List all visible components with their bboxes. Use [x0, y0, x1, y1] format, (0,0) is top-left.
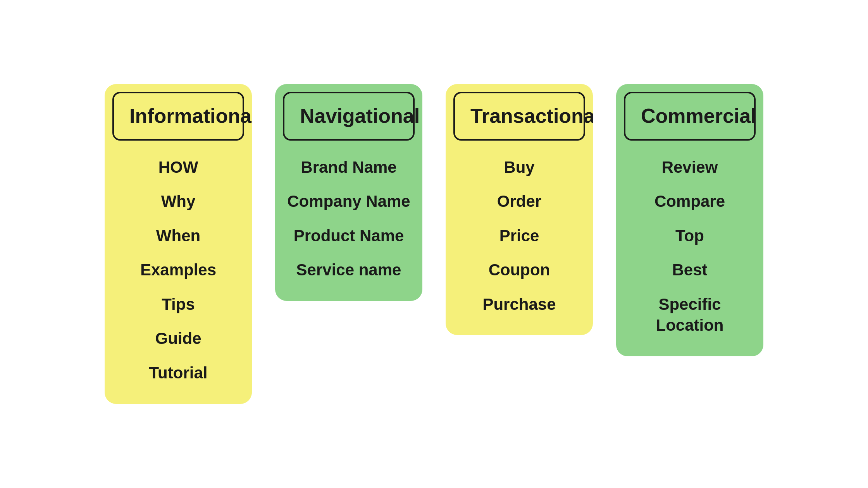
card-transactional: TransactionalBuyOrderPriceCouponPurchase [446, 84, 593, 335]
list-item: Best [672, 255, 707, 285]
list-item: Purchase [482, 289, 556, 320]
card-header-informational: Informational [112, 92, 244, 140]
list-item: Brand Name [301, 152, 396, 183]
list-item: Tips [162, 289, 195, 320]
list-item: HOW [158, 152, 198, 183]
card-title-commercial: Commercial [641, 105, 739, 127]
list-item: Why [161, 186, 196, 217]
list-item: Guide [155, 323, 201, 354]
list-item: Product Name [294, 221, 404, 251]
card-header-commercial: Commercial [624, 92, 756, 140]
list-item: Top [675, 221, 704, 251]
list-item: Buy [504, 152, 534, 183]
card-items-commercial: ReviewCompareTopBestSpecific Location [616, 144, 763, 357]
card-items-informational: HOWWhyWhenExamplesTipsGuideTutorial [105, 144, 252, 404]
list-item: Company Name [287, 186, 410, 217]
list-item: Review [662, 152, 718, 183]
card-navigational: NavigationalBrand NameCompany NameProduc… [275, 84, 422, 301]
list-item: Tutorial [149, 358, 208, 388]
card-title-navigational: Navigational [300, 105, 398, 127]
card-header-transactional: Transactional [453, 92, 585, 140]
list-item: Order [497, 186, 541, 217]
list-item: Compare [654, 186, 725, 217]
list-item: Service name [296, 255, 401, 285]
list-item: Price [499, 221, 539, 251]
card-items-transactional: BuyOrderPriceCouponPurchase [446, 144, 593, 335]
card-informational: InformationalHOWWhyWhenExamplesTipsGuide… [105, 84, 252, 404]
list-item: When [156, 221, 200, 251]
card-items-navigational: Brand NameCompany NameProduct NameServic… [275, 144, 422, 301]
list-item: Examples [140, 255, 216, 285]
list-item: Specific Location [624, 289, 756, 341]
main-container: InformationalHOWWhyWhenExamplesTipsGuide… [81, 61, 787, 427]
card-title-informational: Informational [129, 105, 227, 127]
card-title-transactional: Transactional [470, 105, 568, 127]
list-item: Coupon [489, 255, 550, 285]
card-header-navigational: Navigational [283, 92, 415, 140]
card-commercial: CommercialReviewCompareTopBestSpecific L… [616, 84, 763, 356]
